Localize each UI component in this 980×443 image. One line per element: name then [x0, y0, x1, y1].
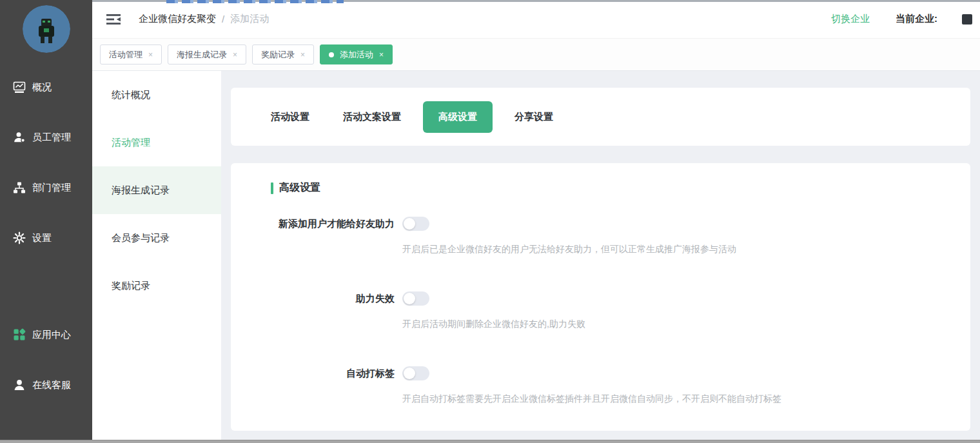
- org-tree-icon: [13, 181, 26, 194]
- collapse-menu-icon[interactable]: [106, 14, 121, 25]
- breadcrumb-separator: /: [222, 14, 224, 25]
- switch-company-link[interactable]: 切换企业: [831, 13, 870, 25]
- close-icon[interactable]: ×: [148, 50, 153, 59]
- submenu-item-member-participation[interactable]: 会员参与记录: [92, 214, 221, 262]
- close-icon[interactable]: ×: [379, 50, 384, 59]
- advanced-settings-card: 高级设置 新添加用户才能给好友助力 开启后已是企业微信好友的用户无法给好友助力，…: [231, 163, 970, 431]
- setting-row-new-user-assist: 新添加用户才能给好友助力: [271, 217, 951, 231]
- setting-row-assist-expire: 助力失效: [271, 291, 951, 306]
- sidebar-item-label: 在线客服: [32, 379, 71, 391]
- active-dot-icon: [329, 52, 334, 57]
- tag-tab-label: 活动管理: [109, 49, 142, 61]
- submenu-item-label: 统计概况: [112, 89, 150, 101]
- support-person-icon: [13, 379, 26, 391]
- primary-sidebar: 概况 员工管理 部门管理: [0, 0, 92, 443]
- section-header: 高级设置: [271, 181, 951, 195]
- tag-tab-poster-records[interactable]: 海报生成记录 ×: [168, 44, 246, 64]
- content-body: 统计概况 活动管理 海报生成记录 会员参与记录 奖励记录 活动设置: [92, 71, 980, 443]
- toggle-auto-tag[interactable]: [402, 366, 429, 380]
- submenu-item-label: 海报生成记录: [112, 184, 170, 197]
- settings-tabs-card: 活动设置 活动文案设置 高级设置 分享设置: [231, 88, 970, 146]
- setting-help-text: 开启后活动期间删除企业微信好友的,助力失败: [402, 319, 951, 330]
- submenu-item-stats-overview[interactable]: 统计概况: [92, 71, 221, 119]
- setting-label: 新添加用户才能给好友助力: [271, 218, 395, 230]
- gear-icon: [13, 231, 26, 244]
- tag-tab-label: 添加活动: [340, 49, 373, 61]
- submenu-item-label: 奖励记录: [112, 280, 150, 292]
- submenu-item-activity-management[interactable]: 活动管理: [92, 119, 221, 166]
- sidebar-item-overview[interactable]: 概况: [0, 62, 92, 112]
- company-logo-square: [962, 14, 972, 25]
- tag-tabbar: 活动管理 × 海报生成记录 × 奖励记录 × 添加活动 ×: [92, 39, 980, 71]
- toggle-assist-expire[interactable]: [402, 291, 429, 306]
- chart-icon: [13, 81, 26, 94]
- top-header: 企业微信好友聚变 / 添加活动 切换企业 当前企业:: [92, 0, 980, 39]
- apps-grid-icon: [13, 328, 26, 341]
- sidebar-item-online-support[interactable]: 在线客服: [0, 360, 92, 410]
- right-column: 企业微信好友聚变 / 添加活动 切换企业 当前企业: 活动管理 × 海报生成记录…: [92, 0, 980, 443]
- sidebar-item-label: 概况: [32, 81, 52, 94]
- sidebar-item-departments[interactable]: 部门管理: [0, 162, 92, 213]
- horizontal-scrollbar[interactable]: [0, 440, 980, 443]
- tag-tab-add-activity[interactable]: 添加活动 ×: [320, 44, 393, 64]
- breadcrumb-root[interactable]: 企业微信好友聚变: [139, 13, 216, 25]
- user-icon: [13, 131, 26, 144]
- sidebar-item-employees[interactable]: 员工管理: [0, 112, 92, 162]
- submenu-item-poster-records[interactable]: 海报生成记录: [92, 166, 221, 214]
- submenu-item-label: 会员参与记录: [112, 232, 170, 244]
- robot-avatar-image: [23, 5, 70, 53]
- setting-help-text: 开启后已是企业微信好友的用户无法给好友助力，但可以正常生成推广海报参与活动: [402, 244, 951, 255]
- close-icon[interactable]: ×: [300, 50, 305, 59]
- sidebar-item-app-center[interactable]: 应用中心: [0, 310, 92, 360]
- tab-activity-copy-settings[interactable]: 活动文案设置: [326, 101, 418, 133]
- sidebar-item-label: 设置: [32, 232, 52, 244]
- main-panel: 活动设置 活动文案设置 高级设置 分享设置 高级设置 新添加用户才能给好友助力 …: [221, 71, 980, 443]
- section-accent-bar: [271, 182, 273, 194]
- header-right: 切换企业 当前企业:: [831, 13, 972, 25]
- sidebar-item-label: 部门管理: [32, 182, 71, 194]
- tab-activity-settings[interactable]: 活动设置: [254, 101, 326, 133]
- tag-tab-reward-records[interactable]: 奖励记录 ×: [252, 44, 314, 64]
- breadcrumb: 企业微信好友聚变 / 添加活动: [139, 13, 269, 25]
- sidebar-spacer: [0, 263, 92, 310]
- secondary-sidebar: 统计概况 活动管理 海报生成记录 会员参与记录 奖励记录: [92, 71, 221, 443]
- toggle-new-user-assist[interactable]: [402, 217, 429, 231]
- tab-share-settings[interactable]: 分享设置: [498, 101, 570, 133]
- tag-tab-label: 奖励记录: [261, 49, 295, 61]
- sidebar-item-settings[interactable]: 设置: [0, 213, 92, 263]
- current-company-label: 当前企业:: [896, 13, 937, 25]
- top-edge-blue-artifact: [166, 0, 344, 3]
- sidebar-item-label: 应用中心: [32, 329, 71, 341]
- app-root: 概况 员工管理 部门管理: [0, 0, 980, 443]
- section-title: 高级设置: [279, 181, 320, 195]
- close-icon[interactable]: ×: [233, 50, 237, 59]
- tag-tab-activity-management[interactable]: 活动管理 ×: [100, 44, 162, 64]
- setting-help-text: 开启自动打标签需要先开启企业微信标签插件并且开启微信自动同步，不开启则不能自动打…: [402, 393, 951, 405]
- setting-label: 自动打标签: [271, 368, 395, 380]
- submenu-item-reward-records[interactable]: 奖励记录: [92, 262, 221, 310]
- tag-tab-label: 海报生成记录: [177, 49, 227, 61]
- tab-advanced-settings[interactable]: 高级设置: [423, 101, 493, 133]
- setting-row-auto-tag: 自动打标签: [271, 366, 951, 380]
- submenu-item-label: 活动管理: [112, 137, 150, 149]
- breadcrumb-current: 添加活动: [230, 13, 269, 25]
- company-avatar[interactable]: [23, 5, 70, 53]
- sidebar-item-label: 员工管理: [32, 132, 71, 144]
- setting-label: 助力失效: [271, 293, 395, 305]
- logo-area: [0, 0, 92, 62]
